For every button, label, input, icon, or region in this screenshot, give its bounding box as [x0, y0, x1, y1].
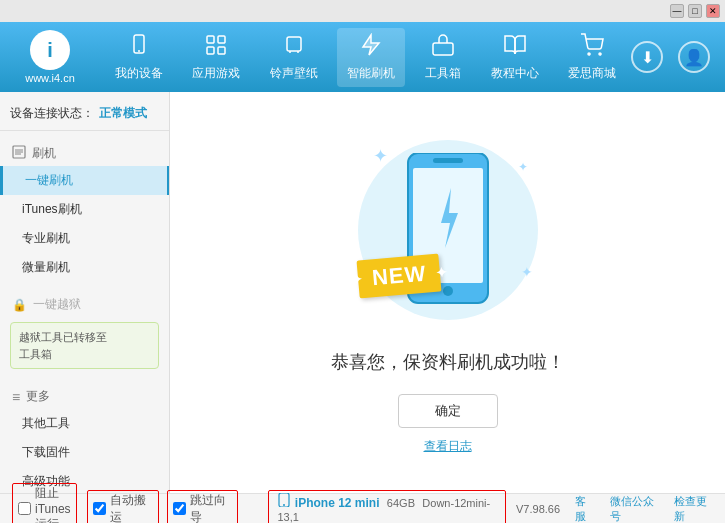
version-label: V7.98.66 — [516, 503, 560, 515]
svg-rect-3 — [218, 36, 225, 43]
nav-flash-icon — [359, 33, 383, 63]
svg-rect-2 — [207, 36, 214, 43]
nav-smart-flash[interactable]: 智能刷机 — [337, 28, 405, 87]
more-category-label: 更多 — [26, 388, 50, 405]
jailbreak-label: 一键越狱 — [33, 296, 81, 313]
flash-section: 刷机 一键刷机 iTunes刷机 专业刷机 微量刷机 — [0, 136, 169, 287]
nav-toolbox-icon — [431, 33, 455, 63]
close-button[interactable]: ✕ — [706, 4, 720, 18]
more-category-icon: ≡ — [12, 389, 20, 405]
bottom-right: V7.98.66 客服 微信公众号 检查更新 — [516, 494, 713, 524]
jailbreak-category: 🔒 一键越狱 — [0, 292, 169, 317]
svg-rect-16 — [433, 158, 463, 163]
nav-tutorial-label: 教程中心 — [491, 65, 539, 82]
device-name: iPhone 12 mini — [295, 496, 380, 510]
nav-device-icon — [127, 33, 151, 63]
nav-shop-label: 爱思商城 — [568, 65, 616, 82]
notice-text: 越狱工具已转移至 工具箱 — [19, 331, 107, 360]
lock-icon: 🔒 — [12, 298, 27, 312]
device-storage: 64GB — [387, 497, 415, 509]
wechat-link[interactable]: 微信公众号 — [610, 494, 659, 524]
nav-tutorial[interactable]: 教程中心 — [481, 28, 549, 87]
other-tools-label: 其他工具 — [22, 416, 70, 430]
itunes-stop-section: 阻止iTunes运行 — [12, 483, 77, 524]
logo-icon: i — [30, 30, 70, 70]
flash-category-icon — [12, 145, 26, 162]
check-update-link[interactable]: 检查更新 — [674, 494, 713, 524]
success-message: 恭喜您，保资料刷机成功啦！ — [331, 350, 565, 374]
bottom-left: 阻止iTunes运行 — [12, 483, 77, 524]
skip-wizard-section: 跳过向导 — [167, 490, 239, 524]
nav-shop-icon — [580, 33, 604, 63]
bottom-bar: 阻止iTunes运行 自动搬运 跳过向导 iPhone 12 mini 64GB… — [0, 493, 725, 523]
device-icon — [277, 493, 291, 507]
title-bar: — □ ✕ — [0, 0, 725, 22]
svg-rect-6 — [287, 37, 301, 51]
nav-device-label: 我的设备 — [115, 65, 163, 82]
auto-transfer-checkbox[interactable] — [93, 502, 106, 515]
nav-apps-label: 应用游戏 — [192, 65, 240, 82]
success-illustration: ✦ NEW ✦ ✦ ✦ ✦ — [348, 130, 548, 330]
itunes-stop-checkbox[interactable] — [18, 502, 31, 515]
nav-apps[interactable]: 应用游戏 — [182, 28, 250, 87]
nav-apps-icon — [204, 33, 228, 63]
logo-text: www.i4.cn — [25, 72, 75, 84]
sidebar-item-itunes[interactable]: iTunes刷机 — [0, 195, 169, 224]
device-info: iPhone 12 mini 64GB Down-12mini-13,1 — [268, 490, 506, 523]
nav-my-device[interactable]: 我的设备 — [105, 28, 173, 87]
logo-area: i www.i4.cn — [0, 25, 100, 89]
svg-point-1 — [138, 50, 140, 52]
confirm-button[interactable]: 确定 — [398, 394, 498, 428]
nav-ringtone-icon — [282, 33, 306, 63]
svg-rect-5 — [218, 47, 225, 54]
nav-shop[interactable]: 爱思商城 — [558, 28, 626, 87]
nav-toolbox-label: 工具箱 — [425, 65, 461, 82]
service-link[interactable]: 客服 — [575, 494, 595, 524]
jailbreak-section: 🔒 一键越狱 越狱工具已转移至 工具箱 — [0, 287, 169, 379]
day-log-link[interactable]: 查看日志 — [424, 438, 472, 455]
svg-rect-7 — [433, 43, 453, 55]
sparkle-3: ✦ — [521, 264, 533, 280]
sparkle-1: ✦ — [373, 145, 388, 167]
connection-status: 设备连接状态： 正常模式 — [0, 100, 169, 131]
svg-point-17 — [443, 286, 453, 296]
nav-ringtone-label: 铃声壁纸 — [270, 65, 318, 82]
itunes-stop-label[interactable]: 阻止iTunes运行 — [35, 485, 71, 524]
flash-category-label: 刷机 — [32, 145, 56, 162]
svg-point-19 — [283, 504, 285, 506]
top-nav: i www.i4.cn 我的设备 应用游戏 铃声壁纸 智能刷机 — [0, 22, 725, 92]
user-button[interactable]: 👤 — [678, 41, 710, 73]
auto-transfer-label[interactable]: 自动搬运 — [110, 492, 153, 524]
nav-flash-label: 智能刷机 — [347, 65, 395, 82]
sidebar-item-pro[interactable]: 专业刷机 — [0, 224, 169, 253]
new-badge-text: NEW — [370, 261, 426, 291]
nav-items: 我的设备 应用游戏 铃声壁纸 智能刷机 工具箱 — [100, 28, 631, 87]
nav-tutorial-icon — [503, 33, 527, 63]
skip-wizard-label[interactable]: 跳过向导 — [190, 492, 233, 524]
sidebar-item-download-fw[interactable]: 下载固件 — [0, 438, 169, 467]
more-category: ≡ 更多 — [0, 384, 169, 409]
jailbreak-notice: 越狱工具已转移至 工具箱 — [10, 322, 159, 369]
svg-point-8 — [588, 53, 590, 55]
download-button[interactable]: ⬇ — [631, 41, 663, 73]
onekey-label: 一键刷机 — [25, 173, 73, 187]
maximize-button[interactable]: □ — [688, 4, 702, 18]
content-area: ✦ NEW ✦ ✦ ✦ ✦ 恭喜您，保资料刷机成功啦！ 确定 查看日志 — [170, 92, 725, 493]
pro-label: 专业刷机 — [22, 231, 70, 245]
window-controls[interactable]: — □ ✕ — [670, 4, 720, 18]
sidebar-item-micro[interactable]: 微量刷机 — [0, 253, 169, 282]
more-section: ≡ 更多 其他工具 下载固件 高级功能 — [0, 379, 169, 493]
status-value: 正常模式 — [99, 105, 147, 122]
sidebar-item-other-tools[interactable]: 其他工具 — [0, 409, 169, 438]
nav-ringtone[interactable]: 铃声壁纸 — [260, 28, 328, 87]
sidebar-item-onekey[interactable]: 一键刷机 — [0, 166, 169, 195]
skip-wizard-checkbox[interactable] — [173, 502, 186, 515]
new-badge: ✦ NEW ✦ — [356, 253, 441, 298]
nav-right-buttons: ⬇ 👤 — [631, 41, 725, 73]
flash-category: 刷机 — [0, 141, 169, 166]
micro-label: 微量刷机 — [22, 260, 70, 274]
minimize-button[interactable]: — — [670, 4, 684, 18]
svg-point-9 — [599, 53, 601, 55]
nav-toolbox[interactable]: 工具箱 — [415, 28, 471, 87]
star-right-icon: ✦ — [434, 264, 448, 281]
